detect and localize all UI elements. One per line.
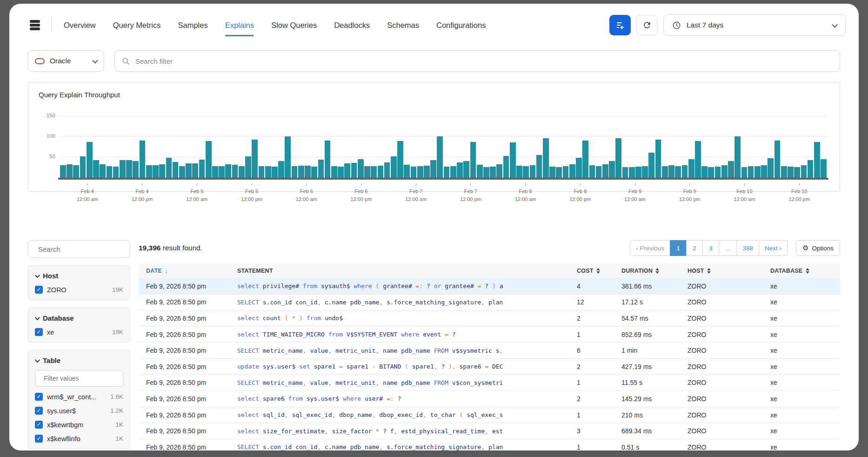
chart-bar [801,165,807,178]
filter-row: Oracle [9,50,859,72]
checkbox-checked[interactable]: ✓ [35,407,43,415]
database-type-select[interactable]: Oracle [28,50,104,72]
table-row[interactable]: Feb 9, 2026 8:50 pmupdate sys.user$ set … [139,359,840,375]
column-header-duration[interactable]: DURATION [621,268,688,274]
cell-statement: select sql_id, sql_exec_id, dbop_name, d… [237,411,577,418]
x-tick-time: 12:00 pm [115,195,170,203]
options-button[interactable]: ⚙ Options [796,240,840,256]
cell-date: Feb 9, 2026 8:50 pm [139,444,237,450]
filter-section-title: Database [43,314,74,322]
filter-section-header-host[interactable]: Host [35,272,123,280]
page-button-388[interactable]: 388 [736,240,759,256]
x-tick-date: Feb 4 [60,188,115,195]
tab-deadlocks[interactable]: Deadlocks [334,16,370,34]
x-tick-time: 12:00 am [717,195,772,203]
cell-database: xe [770,444,840,450]
table-row[interactable]: Feb 9, 2026 8:50 pmSELECT metric_name, v… [139,375,840,391]
column-header-host[interactable]: HOST [688,268,770,274]
chart-bar [331,166,337,178]
filter-item-count: 1.6K [110,393,123,400]
table-row[interactable]: Feb 9, 2026 8:50 pmselect TIME_WAITED_MI… [139,327,840,343]
filter-item-count: 19K [112,329,123,336]
chart-bar [648,153,654,178]
cell-host: ZORO [688,298,770,306]
time-range-select[interactable]: Last 7 days [663,14,846,36]
table-filter-input[interactable] [44,375,128,382]
cell-date: Feb 9, 2026 8:50 pm [139,347,237,354]
page-button-1[interactable]: 1 [670,240,687,256]
checkbox-checked[interactable]: ✓ [35,328,43,336]
tab-overview[interactable]: Overview [64,16,96,34]
column-header-date[interactable]: DATE↓ [139,268,237,275]
table-row[interactable]: Feb 9, 2026 8:50 pmselect size_for_estim… [139,423,840,439]
x-tick-date: Feb 5 [169,188,224,195]
filter-section-header-database[interactable]: Database [35,314,123,322]
table-row[interactable]: Feb 9, 2026 8:50 pmselect privilege# fro… [139,278,840,295]
top-actions: Last 7 days [609,14,846,36]
checkbox-checked[interactable]: ✓ [35,435,43,443]
filter-section-header-table[interactable]: Table [35,356,123,364]
sort-up-arrow [596,268,600,270]
chart-bars [60,115,827,178]
next-page-button[interactable]: Next › [759,240,788,256]
chart-bar [239,166,245,178]
page-button-2[interactable]: 2 [686,240,703,256]
table-row[interactable]: Feb 9, 2026 8:50 pmselect count ( * ) fr… [139,310,840,327]
cell-host: ZORO [688,395,770,403]
chart-bar [113,167,119,178]
table-row[interactable]: Feb 9, 2026 8:50 pmselect sql_id, sql_ex… [139,407,840,423]
cell-date: Feb 9, 2026 8:50 pm [139,379,237,386]
search-filter-input[interactable] [135,57,833,65]
pagination: ‹ Previous123…388Next › [630,240,788,256]
cell-date: Feb 9, 2026 8:50 pm [139,427,237,435]
column-header-statement[interactable]: STATEMENT [237,268,577,274]
filter-section-title: Table [43,356,60,364]
chart-bar [589,165,595,178]
chart-bar [715,167,721,178]
chart-bar [93,160,99,178]
tab-schemas[interactable]: Schemas [387,16,419,34]
table-row[interactable]: Feb 9, 2026 8:50 pmselect spare6 from sy… [139,391,840,407]
chart-bar [133,161,139,178]
chart-bar [450,166,456,178]
refresh-button[interactable] [636,15,658,35]
chart-bar [146,165,152,178]
table-row[interactable]: Feb 9, 2026 8:50 pmSELECT s.con_id con_i… [139,439,840,450]
chart-bar [602,164,608,178]
column-label: DATE [146,268,162,274]
tab-slow-queries[interactable]: Slow Queries [271,16,317,34]
search-icon [121,57,130,66]
tab-query-metrics[interactable]: Query Metrics [113,16,161,34]
cell-date: Feb 9, 2026 8:50 pm [139,282,237,290]
tab-configurations[interactable]: Configurations [436,16,486,34]
x-tick-label: Feb 712:00 am [388,183,443,203]
cell-statement: SELECT s.con_id con_id, c.name pdb_name,… [237,299,577,306]
page-button-3[interactable]: 3 [702,240,719,256]
checkbox-checked[interactable]: ✓ [35,421,43,429]
tab-explains[interactable]: Explains [225,16,254,34]
sidebar-search-input[interactable] [38,245,131,253]
previous-page-button[interactable]: ‹ Previous [630,240,670,256]
chart-bar [384,162,390,178]
sort-down-arrow [806,271,809,274]
tab-samples[interactable]: Samples [178,16,207,34]
column-header-cost[interactable]: COST [577,268,621,274]
table-row[interactable]: Feb 9, 2026 8:50 pmSELECT s.con_id con_i… [139,295,840,311]
chart-bar [397,141,403,178]
checkbox-checked[interactable]: ✓ [35,286,43,294]
cell-database: xe [770,427,840,435]
column-label: DATABASE [770,268,803,274]
column-header-database[interactable]: DATABASE [770,268,840,274]
cell-duration: 852.69 ms [621,331,688,338]
filter-item-count: 19K [112,286,123,293]
add-filter-button[interactable] [609,15,631,35]
chart-bar [688,159,694,178]
filter-item-label: ZORO [47,286,67,294]
cell-statement: SELECT metric_name, value, metric_unit, … [237,379,577,386]
table-row[interactable]: Feb 9, 2026 8:50 pmSELECT metric_name, v… [139,343,840,359]
x-tick-time: 12:00 am [169,195,224,203]
x-tick-date: Feb 5 [224,188,279,195]
checkbox-checked[interactable]: ✓ [35,393,43,401]
chart-bar [437,136,443,178]
chart-bar [225,164,231,178]
